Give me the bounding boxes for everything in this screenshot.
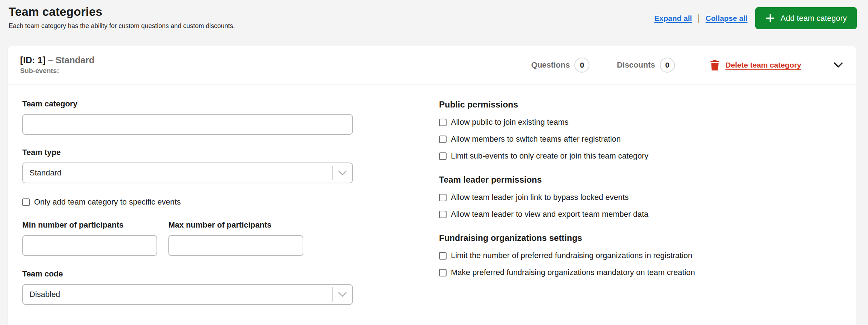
permission-row: Allow members to switch teams after regi…	[439, 134, 845, 144]
card-title-block: [ID: 1] – Standard Sub-events:	[20, 55, 94, 75]
plus-icon	[765, 13, 775, 23]
discounts-counter: Discounts 0	[617, 58, 675, 73]
permission-row: Allow public to join existing teams	[439, 118, 845, 127]
page-subtitle: Each team category has the ability for c…	[9, 22, 235, 30]
permission-row: Make preferred fundraising organizations…	[439, 268, 845, 277]
permission-row: Allow team leader join link to bypass lo…	[439, 193, 845, 202]
card-title: [ID: 1] – Standard	[20, 55, 94, 65]
permission-row: Allow team leader to view and export tea…	[439, 210, 845, 219]
max-participants-field: Max number of participants	[168, 220, 303, 256]
fundraising-settings-section: Fundraising organizations settings Limit…	[439, 233, 845, 277]
chevron-down-icon	[834, 62, 843, 68]
link-separator: |	[698, 13, 700, 23]
chevron-down-icon[interactable]	[332, 166, 352, 180]
specific-events-checkbox-label: Only add team category to specific event…	[34, 197, 181, 207]
specific-events-checkbox[interactable]	[22, 198, 30, 206]
min-participants-label: Min number of participants	[22, 220, 157, 230]
allow-switch-teams-checkbox[interactable]	[439, 136, 447, 143]
page-header: Team categories Each team category has t…	[0, 0, 868, 46]
min-participants-field: Min number of participants	[22, 220, 157, 256]
public-permissions-heading: Public permissions	[439, 99, 845, 110]
team-code-selected-value: Disabled	[29, 290, 60, 299]
page-title: Team categories	[9, 5, 102, 19]
permission-label: Limit the number of preferred fundraisin…	[451, 251, 692, 260]
fundraising-settings-heading: Fundraising organizations settings	[439, 233, 845, 243]
permission-label: Allow members to switch teams after regi…	[451, 134, 621, 144]
team-category-label: Team category	[22, 99, 353, 109]
add-team-category-label: Add team category	[780, 14, 847, 23]
category-name: Standard	[56, 55, 94, 65]
team-category-card: [ID: 1] – Standard Sub-events: Questions…	[8, 46, 856, 325]
team-code-label: Team code	[22, 269, 353, 279]
delete-team-category-link[interactable]: Delete team category	[710, 60, 801, 70]
add-team-category-button[interactable]: Add team category	[755, 7, 857, 29]
team-type-label: Team type	[22, 148, 353, 157]
min-participants-input[interactable]	[22, 235, 157, 256]
expand-all-link[interactable]: Expand all	[654, 14, 692, 23]
questions-label: Questions	[531, 60, 570, 70]
team-leader-permissions-section: Team leader permissions Allow team leade…	[439, 174, 845, 219]
form-right-column: Public permissions Allow public to join …	[439, 99, 845, 285]
team-type-select[interactable]: Standard	[22, 162, 353, 183]
header-actions: Expand all | Collapse all Add team categ…	[654, 7, 857, 29]
participants-fields: Min number of participants Max number of…	[22, 220, 353, 256]
team-code-field: Team code Disabled	[22, 269, 353, 305]
sub-events-label: Sub-events:	[20, 67, 94, 75]
title-dash: –	[48, 55, 53, 65]
team-code-select[interactable]: Disabled	[22, 284, 353, 305]
permission-label: Allow public to join existing teams	[451, 118, 569, 127]
leader-view-export-checkbox[interactable]	[439, 211, 447, 218]
limit-sub-events-checkbox[interactable]	[439, 152, 447, 160]
specific-events-checkbox-row: Only add team category to specific event…	[22, 197, 353, 207]
team-category-card-header: [ID: 1] – Standard Sub-events: Questions…	[8, 46, 856, 84]
team-category-field: Team category	[22, 99, 353, 135]
discounts-count-badge: 0	[660, 58, 675, 73]
permission-row: Limit the number of preferred fundraisin…	[439, 251, 845, 260]
permission-label: Allow team leader to view and export tea…	[451, 210, 648, 219]
team-category-input[interactable]	[22, 114, 353, 135]
delete-team-category-label: Delete team category	[725, 61, 801, 69]
card-collapse-toggle[interactable]	[832, 61, 844, 69]
form-left-column: Team category Team type Standard Only ad…	[22, 99, 353, 318]
max-participants-input[interactable]	[168, 235, 303, 256]
limit-preferred-orgs-checkbox[interactable]	[439, 252, 447, 260]
card-header-actions: Questions 0 Discounts 0 Delete team cate…	[531, 58, 844, 73]
collapse-all-link[interactable]: Collapse all	[706, 14, 748, 23]
discounts-label: Discounts	[617, 60, 655, 70]
permission-label: Allow team leader join link to bypass lo…	[451, 193, 629, 202]
max-participants-label: Max number of participants	[168, 220, 303, 230]
permission-label: Limit sub-events to only create or join …	[451, 151, 648, 161]
public-permissions-section: Public permissions Allow public to join …	[439, 99, 845, 161]
team-type-selected-value: Standard	[29, 168, 61, 178]
permission-label: Make preferred fundraising organizations…	[451, 268, 695, 277]
leader-join-link-bypass-checkbox[interactable]	[439, 194, 447, 201]
category-id: [ID: 1]	[20, 55, 46, 65]
team-leader-permissions-heading: Team leader permissions	[439, 174, 845, 185]
mandatory-preferred-orgs-checkbox[interactable]	[439, 269, 447, 276]
chevron-down-icon[interactable]	[332, 287, 352, 302]
trash-icon	[710, 60, 720, 70]
allow-public-join-checkbox[interactable]	[439, 119, 447, 126]
questions-count-badge: 0	[574, 58, 589, 73]
team-type-field: Team type Standard	[22, 148, 353, 183]
permission-row: Limit sub-events to only create or join …	[439, 151, 845, 161]
questions-counter: Questions 0	[531, 58, 590, 73]
